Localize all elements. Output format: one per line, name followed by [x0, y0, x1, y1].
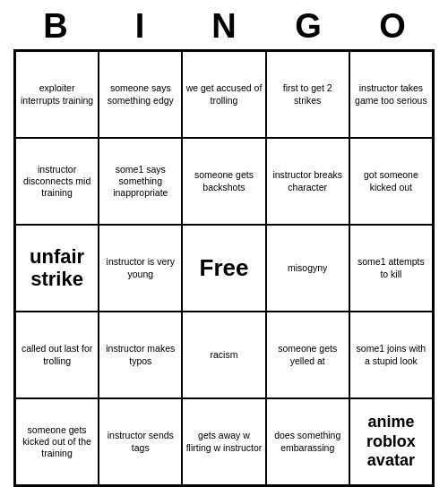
bingo-cell: some1 says something inappropriate [99, 138, 182, 225]
bingo-cell: Free [182, 225, 265, 312]
bingo-title: BINGO [13, 0, 435, 49]
bingo-cell: instructor takes game too serious [349, 51, 433, 138]
title-letter: O [353, 7, 432, 46]
bingo-cell: first to get 2 strikes [266, 51, 349, 138]
bingo-cell: unfair strike [15, 225, 99, 312]
bingo-cell: got someone kicked out [349, 138, 433, 225]
bingo-cell: called out last for trolling [15, 312, 99, 398]
bingo-cell: instructor breaks character [266, 138, 349, 225]
bingo-cell: anime roblox avatar [349, 398, 433, 485]
title-letter: G [269, 7, 348, 46]
bingo-cell: some1 attempts to kill [349, 225, 433, 312]
bingo-cell: gets away w flirting w instructor [182, 398, 265, 485]
bingo-cell: we get accused of trolling [182, 51, 265, 138]
bingo-cell: someone gets yelled at [266, 312, 349, 398]
bingo-cell: some1 joins with a stupid look [349, 312, 433, 398]
bingo-cell: someone says something edgy [99, 51, 182, 138]
bingo-cell: someone gets kicked out of the training [15, 398, 99, 485]
bingo-cell: racism [182, 312, 265, 398]
title-letter: I [100, 7, 179, 46]
bingo-grid: exploiter interrupts trainingsomeone say… [13, 49, 435, 487]
bingo-cell: someone gets backshots [182, 138, 265, 225]
bingo-cell: instructor disconnects mid training [15, 138, 99, 225]
bingo-cell: misogyny [266, 225, 349, 312]
title-letter: B [16, 7, 95, 46]
bingo-cell: instructor sends tags [99, 398, 182, 485]
bingo-cell: does something embarassing [266, 398, 349, 485]
bingo-cell: instructor makes typos [99, 312, 182, 398]
bingo-cell: instructor is very young [99, 225, 182, 312]
title-letter: N [185, 7, 263, 46]
bingo-cell: exploiter interrupts training [15, 51, 99, 138]
